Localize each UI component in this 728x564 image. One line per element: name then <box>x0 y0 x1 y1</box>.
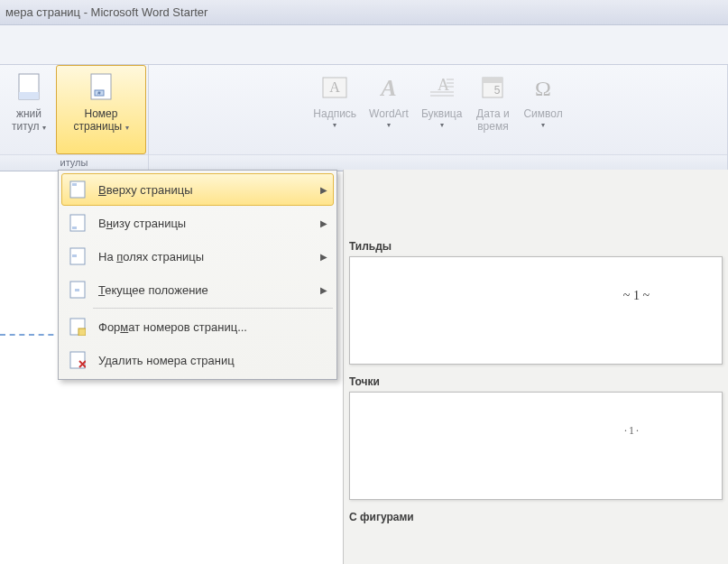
menu-remove-label: Удалить номера страниц <box>98 354 327 367</box>
ribbon-group-label: итулы <box>0 154 148 171</box>
menu-format-label: Формат номеров страниц... <box>98 320 327 334</box>
chevron-down-icon: ▾ <box>387 121 391 129</box>
chevron-down-icon: ▾ <box>440 121 444 129</box>
svg-rect-23 <box>72 254 77 257</box>
ribbon-tabs-area <box>0 25 728 65</box>
wordart-label: WordArt <box>369 107 409 120</box>
ribbon-group-text: A Надпись ▾ A WordArt ▾ A <box>149 65 728 171</box>
symbol-button[interactable]: Ω Символ ▾ <box>517 65 568 154</box>
dropcap-button[interactable]: A Буквица ▾ <box>415 65 469 154</box>
svg-rect-27 <box>78 328 86 336</box>
menu-top-of-page[interactable]: Вверху страницы ▶ <box>61 173 334 206</box>
titlebar: мера страниц - Microsoft Word Starter <box>0 0 728 25</box>
textbox-button[interactable]: A Надпись ▾ <box>307 65 363 154</box>
page-number-label-2: страницы ▾ <box>73 120 128 134</box>
svg-rect-15 <box>483 78 502 83</box>
gallery-section-shapes: С фигурами <box>344 511 728 523</box>
title-text: мера страниц - Microsoft Word Starter <box>5 5 207 19</box>
svg-text:A: A <box>438 76 449 94</box>
page-break-line <box>0 334 63 336</box>
thumb-sample-tildes: ~ 1 ~ <box>623 289 650 303</box>
remove-icon <box>68 350 88 370</box>
datetime-label-1: Дата и <box>476 107 510 120</box>
menu-remove-numbers[interactable]: Удалить номера страниц <box>61 344 334 376</box>
dropcap-label: Буквица <box>421 107 463 120</box>
menu-bottom-label: Внизу страницы <box>98 217 313 230</box>
ribbon: жний титул ▾ # Номер страницы ▾ итулы <box>0 65 728 171</box>
menu-top-label: Вверху страницы <box>98 183 313 197</box>
symbol-label: Символ <box>523 107 562 120</box>
chevron-down-icon: ▾ <box>541 121 545 129</box>
svg-rect-25 <box>75 289 79 291</box>
svg-text:Ω: Ω <box>535 77 551 100</box>
page-bottom-icon <box>68 213 88 233</box>
omega-icon: Ω <box>525 69 561 106</box>
menu-current-label: Текущее положение <box>98 283 313 297</box>
ribbon-group-headers: жний титул ▾ # Номер страницы ▾ итулы <box>0 65 149 171</box>
footer-icon <box>11 69 47 106</box>
submenu-arrow-icon: ▶ <box>320 252 327 262</box>
ribbon-group-blank-label <box>149 154 727 171</box>
svg-rect-21 <box>72 227 77 229</box>
page-number-label-1: Номер <box>85 107 118 120</box>
gallery-panel: Тильды ~ 1 ~ Точки ·1· С фигурами <box>343 170 728 564</box>
page-number-button[interactable]: # Номер страницы ▾ <box>56 65 146 154</box>
page-top-icon <box>68 180 88 199</box>
menu-bottom-of-page[interactable]: Внизу страницы ▶ <box>61 207 334 239</box>
gallery-thumb-tildes[interactable]: ~ 1 ~ <box>349 256 723 365</box>
page-current-icon <box>68 280 88 300</box>
page-number-icon: # <box>83 69 119 106</box>
chevron-down-icon: ▾ <box>333 121 336 129</box>
svg-text:A: A <box>329 79 340 95</box>
submenu-arrow-icon: ▶ <box>320 285 327 295</box>
gallery-title-dots: Точки <box>349 375 728 388</box>
footer-button[interactable]: жний титул ▾ <box>2 65 56 154</box>
submenu-arrow-icon: ▶ <box>320 185 327 195</box>
dropcap-icon: A <box>424 69 460 106</box>
gallery-title-tildes: Тильды <box>349 240 728 253</box>
menu-current-position[interactable]: Текущее положение ▶ <box>61 273 334 306</box>
wordart-button[interactable]: A WordArt ▾ <box>363 65 415 154</box>
menu-margins-label: На полях страницы <box>98 250 313 264</box>
svg-text:A: A <box>379 75 396 101</box>
footer-label-2: титул ▾ <box>12 120 46 134</box>
wordart-icon: A <box>371 69 407 106</box>
gallery-thumb-dots[interactable]: ·1· <box>349 392 723 500</box>
page-number-menu: Вверху страницы ▶ Внизу страницы ▶ На по… <box>58 170 337 380</box>
submenu-arrow-icon: ▶ <box>320 218 327 228</box>
format-icon <box>68 317 88 337</box>
menu-page-margins[interactable]: На полях страницы ▶ <box>61 240 334 273</box>
calendar-icon: 5 <box>475 69 511 106</box>
menu-separator <box>93 308 333 309</box>
gallery-title-shapes: С фигурами <box>349 511 728 523</box>
page-margins-icon <box>68 246 88 266</box>
gallery-section-dots: Точки ·1· <box>344 375 728 500</box>
svg-text:5: 5 <box>494 84 501 97</box>
datetime-button[interactable]: 5 Дата и время <box>468 65 517 154</box>
svg-rect-1 <box>19 92 39 99</box>
datetime-label-2: время <box>477 120 508 133</box>
menu-format-numbers[interactable]: Формат номеров страниц... <box>61 310 334 343</box>
textbox-label: Надпись <box>313 107 356 120</box>
thumb-sample-dots: ·1· <box>624 424 640 438</box>
gallery-section-tildes: Тильды ~ 1 ~ <box>344 240 728 365</box>
svg-rect-28 <box>70 352 85 368</box>
textbox-icon: A <box>317 69 353 106</box>
footer-label-1: жний <box>16 107 41 120</box>
svg-rect-19 <box>72 183 77 186</box>
